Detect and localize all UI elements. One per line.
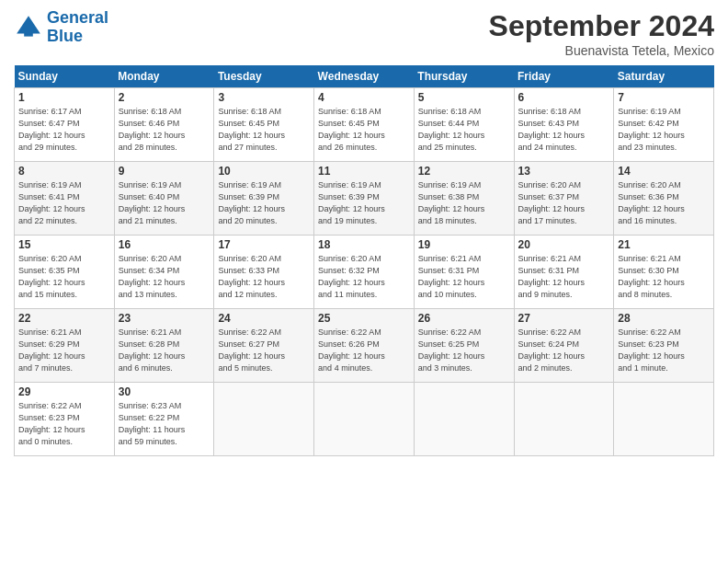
day-number: 25 <box>318 312 410 325</box>
day-cell: 24Sunrise: 6:22 AM Sunset: 6:27 PM Dayli… <box>214 309 314 383</box>
weekday-header-wednesday: Wednesday <box>314 65 415 88</box>
day-info: Sunrise: 6:20 AM Sunset: 6:35 PM Dayligh… <box>18 253 110 301</box>
day-number: 4 <box>318 91 410 104</box>
weekday-header-row: SundayMondayTuesdayWednesdayThursdayFrid… <box>15 65 714 88</box>
weekday-header-tuesday: Tuesday <box>214 65 314 88</box>
day-number: 18 <box>318 238 410 251</box>
day-cell <box>614 383 714 456</box>
day-info: Sunrise: 6:21 AM Sunset: 6:28 PM Dayligh… <box>119 327 210 374</box>
weekday-header-sunday: Sunday <box>15 65 115 88</box>
day-number: 14 <box>618 165 710 178</box>
day-cell: 17Sunrise: 6:20 AM Sunset: 6:33 PM Dayli… <box>214 236 314 309</box>
day-info: Sunrise: 6:20 AM Sunset: 6:37 PM Dayligh… <box>518 179 610 227</box>
day-number: 5 <box>418 91 510 104</box>
day-cell: 11Sunrise: 6:19 AM Sunset: 6:39 PM Dayli… <box>314 162 415 236</box>
day-info: Sunrise: 6:20 AM Sunset: 6:32 PM Dayligh… <box>318 253 410 301</box>
day-cell: 10Sunrise: 6:19 AM Sunset: 6:39 PM Dayli… <box>214 162 314 236</box>
day-info: Sunrise: 6:18 AM Sunset: 6:45 PM Dayligh… <box>318 106 410 154</box>
week-row-2: 8Sunrise: 6:19 AM Sunset: 6:41 PM Daylig… <box>15 162 714 236</box>
day-number: 13 <box>518 165 610 178</box>
logo-icon <box>14 13 43 42</box>
location: Buenavista Tetela, Mexico <box>489 43 714 58</box>
day-number: 8 <box>18 165 110 178</box>
day-info: Sunrise: 6:18 AM Sunset: 6:46 PM Dayligh… <box>119 106 210 154</box>
day-cell: 1Sunrise: 6:17 AM Sunset: 6:47 PM Daylig… <box>15 88 115 162</box>
day-cell <box>214 383 314 456</box>
day-number: 28 <box>618 312 710 325</box>
day-cell: 3Sunrise: 6:18 AM Sunset: 6:45 PM Daylig… <box>214 88 314 162</box>
day-info: Sunrise: 6:22 AM Sunset: 6:27 PM Dayligh… <box>218 327 310 374</box>
day-number: 1 <box>18 91 110 104</box>
day-info: Sunrise: 6:20 AM Sunset: 6:33 PM Dayligh… <box>218 253 310 301</box>
day-info: Sunrise: 6:19 AM Sunset: 6:40 PM Dayligh… <box>119 179 210 227</box>
title-block: September 2024 Buenavista Tetela, Mexico <box>489 9 714 58</box>
day-number: 30 <box>119 385 210 398</box>
day-cell: 9Sunrise: 6:19 AM Sunset: 6:40 PM Daylig… <box>114 162 214 236</box>
day-info: Sunrise: 6:18 AM Sunset: 6:44 PM Dayligh… <box>418 106 510 154</box>
day-number: 21 <box>618 238 710 251</box>
day-cell: 15Sunrise: 6:20 AM Sunset: 6:35 PM Dayli… <box>15 236 115 309</box>
week-row-4: 22Sunrise: 6:21 AM Sunset: 6:29 PM Dayli… <box>15 309 714 383</box>
day-cell: 8Sunrise: 6:19 AM Sunset: 6:41 PM Daylig… <box>15 162 115 236</box>
day-number: 6 <box>518 91 610 104</box>
month-title: September 2024 <box>489 9 714 43</box>
day-info: Sunrise: 6:18 AM Sunset: 6:43 PM Dayligh… <box>518 106 610 154</box>
weekday-header-thursday: Thursday <box>414 65 514 88</box>
day-info: Sunrise: 6:23 AM Sunset: 6:22 PM Dayligh… <box>119 400 210 448</box>
day-cell: 7Sunrise: 6:19 AM Sunset: 6:42 PM Daylig… <box>614 88 714 162</box>
day-cell: 6Sunrise: 6:18 AM Sunset: 6:43 PM Daylig… <box>514 88 614 162</box>
day-number: 10 <box>218 165 310 178</box>
day-cell: 2Sunrise: 6:18 AM Sunset: 6:46 PM Daylig… <box>114 88 214 162</box>
day-number: 29 <box>18 385 110 398</box>
day-info: Sunrise: 6:22 AM Sunset: 6:25 PM Dayligh… <box>418 327 510 374</box>
day-info: Sunrise: 6:19 AM Sunset: 6:41 PM Dayligh… <box>18 179 110 227</box>
day-info: Sunrise: 6:21 AM Sunset: 6:31 PM Dayligh… <box>518 253 610 301</box>
day-number: 22 <box>18 312 110 325</box>
day-cell: 4Sunrise: 6:18 AM Sunset: 6:45 PM Daylig… <box>314 88 415 162</box>
day-cell: 16Sunrise: 6:20 AM Sunset: 6:34 PM Dayli… <box>114 236 214 309</box>
logo-text: General Blue <box>47 9 108 46</box>
day-info: Sunrise: 6:22 AM Sunset: 6:24 PM Dayligh… <box>518 327 610 374</box>
day-cell: 26Sunrise: 6:22 AM Sunset: 6:25 PM Dayli… <box>414 309 514 383</box>
day-number: 23 <box>119 312 210 325</box>
weekday-header-saturday: Saturday <box>614 65 714 88</box>
day-info: Sunrise: 6:21 AM Sunset: 6:30 PM Dayligh… <box>618 253 710 301</box>
day-number: 26 <box>418 312 510 325</box>
day-info: Sunrise: 6:21 AM Sunset: 6:29 PM Dayligh… <box>18 327 110 374</box>
day-cell: 22Sunrise: 6:21 AM Sunset: 6:29 PM Dayli… <box>15 309 115 383</box>
day-cell: 30Sunrise: 6:23 AM Sunset: 6:22 PM Dayli… <box>114 383 214 456</box>
day-cell <box>314 383 415 456</box>
day-number: 2 <box>119 91 210 104</box>
day-cell: 23Sunrise: 6:21 AM Sunset: 6:28 PM Dayli… <box>114 309 214 383</box>
day-cell <box>414 383 514 456</box>
week-row-5: 29Sunrise: 6:22 AM Sunset: 6:23 PM Dayli… <box>15 383 714 456</box>
day-number: 24 <box>218 312 310 325</box>
day-number: 3 <box>218 91 310 104</box>
weekday-header-friday: Friday <box>514 65 614 88</box>
day-info: Sunrise: 6:20 AM Sunset: 6:34 PM Dayligh… <box>119 253 210 301</box>
day-cell: 18Sunrise: 6:20 AM Sunset: 6:32 PM Dayli… <box>314 236 415 309</box>
weekday-header-monday: Monday <box>114 65 214 88</box>
day-cell: 19Sunrise: 6:21 AM Sunset: 6:31 PM Dayli… <box>414 236 514 309</box>
day-cell: 12Sunrise: 6:19 AM Sunset: 6:38 PM Dayli… <box>414 162 514 236</box>
page: General Blue September 2024 Buenavista T… <box>0 0 728 563</box>
day-number: 20 <box>518 238 610 251</box>
day-cell: 20Sunrise: 6:21 AM Sunset: 6:31 PM Dayli… <box>514 236 614 309</box>
day-number: 12 <box>418 165 510 178</box>
day-number: 9 <box>119 165 210 178</box>
day-cell: 14Sunrise: 6:20 AM Sunset: 6:36 PM Dayli… <box>614 162 714 236</box>
svg-rect-1 <box>24 28 33 37</box>
day-cell <box>514 383 614 456</box>
day-cell: 21Sunrise: 6:21 AM Sunset: 6:30 PM Dayli… <box>614 236 714 309</box>
week-row-1: 1Sunrise: 6:17 AM Sunset: 6:47 PM Daylig… <box>15 88 714 162</box>
day-cell: 29Sunrise: 6:22 AM Sunset: 6:23 PM Dayli… <box>15 383 115 456</box>
calendar-table: SundayMondayTuesdayWednesdayThursdayFrid… <box>14 65 714 456</box>
day-number: 11 <box>318 165 410 178</box>
day-number: 16 <box>119 238 210 251</box>
day-number: 27 <box>518 312 610 325</box>
week-row-3: 15Sunrise: 6:20 AM Sunset: 6:35 PM Dayli… <box>15 236 714 309</box>
day-info: Sunrise: 6:19 AM Sunset: 6:42 PM Dayligh… <box>618 106 710 154</box>
day-info: Sunrise: 6:18 AM Sunset: 6:45 PM Dayligh… <box>218 106 310 154</box>
day-cell: 5Sunrise: 6:18 AM Sunset: 6:44 PM Daylig… <box>414 88 514 162</box>
day-cell: 27Sunrise: 6:22 AM Sunset: 6:24 PM Dayli… <box>514 309 614 383</box>
